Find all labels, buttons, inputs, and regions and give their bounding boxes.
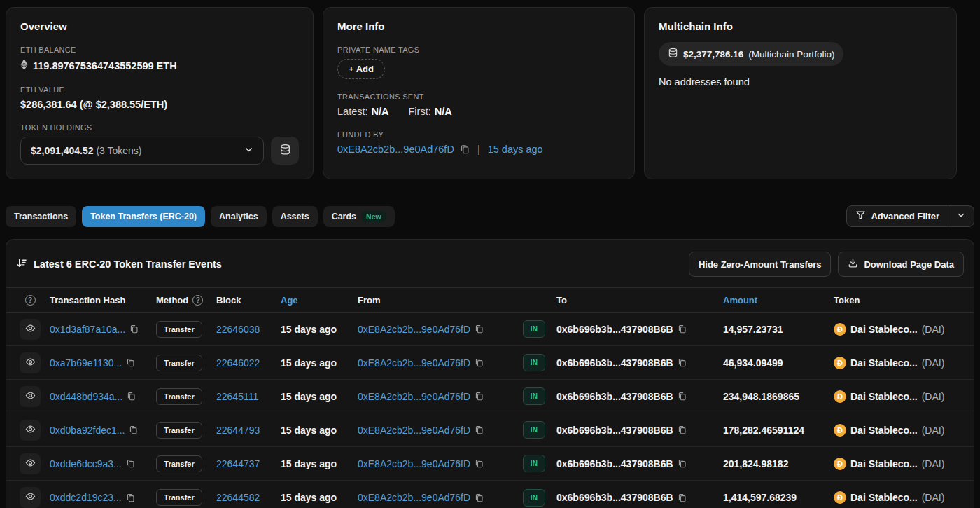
tab-assets[interactable]: Assets bbox=[272, 206, 318, 227]
token-name-link[interactable]: Dai Stableco... bbox=[850, 357, 918, 369]
copy-icon[interactable] bbox=[475, 493, 484, 502]
preview-transaction-button[interactable] bbox=[20, 319, 41, 340]
to-address[interactable]: 0x6b696b3b...437908B6B bbox=[556, 324, 673, 335]
block-link[interactable]: 22646038 bbox=[216, 324, 260, 335]
header-age-toggle[interactable]: Age bbox=[276, 295, 354, 306]
preview-transaction-button[interactable] bbox=[20, 420, 41, 441]
copy-icon[interactable] bbox=[475, 459, 484, 468]
from-address-link[interactable]: 0xE8A2cb2b...9e0Ad76fD bbox=[358, 324, 470, 335]
block-link[interactable]: 22646022 bbox=[216, 357, 260, 369]
block-link[interactable]: 22645111 bbox=[216, 391, 258, 402]
copy-icon[interactable] bbox=[126, 358, 135, 367]
advanced-filter-button: Advanced Filter bbox=[846, 205, 974, 227]
block-link[interactable]: 22644793 bbox=[216, 425, 260, 436]
tab-token-transfers-erc-20[interactable]: Token Transfers (ERC-20) bbox=[82, 206, 205, 227]
copy-icon[interactable] bbox=[475, 358, 484, 367]
preview-transaction-button[interactable] bbox=[20, 352, 41, 373]
token-name-link[interactable]: Dai Stableco... bbox=[850, 425, 918, 436]
token-name-link[interactable]: Dai Stableco... bbox=[850, 391, 918, 402]
preview-transaction-button[interactable] bbox=[20, 487, 41, 508]
to-address[interactable]: 0x6b696b3b...437908B6B bbox=[556, 357, 673, 369]
block-link[interactable]: 22644582 bbox=[216, 492, 260, 503]
from-address-link[interactable]: 0xE8A2cb2b...9e0Ad76fD bbox=[358, 458, 470, 469]
age-value: 15 days ago bbox=[276, 458, 354, 469]
preview-transaction-button[interactable] bbox=[20, 453, 41, 474]
chevron-down-icon bbox=[244, 145, 253, 156]
age-value: 15 days ago bbox=[276, 425, 354, 436]
token-name-link[interactable]: Dai Stableco... bbox=[850, 324, 918, 335]
from-address-link[interactable]: 0xE8A2cb2b...9e0Ad76fD bbox=[358, 357, 470, 369]
direction-badge: IN bbox=[523, 320, 545, 338]
transaction-hash-link[interactable]: 0xddc2d19c23... bbox=[50, 492, 122, 503]
preview-transaction-button[interactable] bbox=[20, 386, 41, 407]
age-value: 15 days ago bbox=[276, 391, 354, 402]
ethereum-icon bbox=[20, 59, 28, 72]
multichain-portfolio-button[interactable]: $2,377,786.16 (Multichain Portfolio) bbox=[659, 42, 844, 66]
multichain-title: Multichain Info bbox=[659, 20, 942, 32]
copy-icon[interactable] bbox=[678, 392, 687, 401]
copy-icon[interactable] bbox=[460, 144, 470, 154]
table-row: 0x1d3af87a10a... Transfer 22646038 15 da… bbox=[6, 313, 974, 346]
funded-age-link[interactable]: 15 days ago bbox=[488, 144, 543, 155]
tab-cards[interactable]: Cards New bbox=[323, 206, 395, 227]
tab-transactions[interactable]: Transactions bbox=[6, 206, 76, 227]
hide-zero-amount-button[interactable]: Hide Zero-Amount Transfers bbox=[689, 252, 832, 277]
wallet-tokens-button[interactable] bbox=[271, 137, 299, 165]
amount-value: 14,957.23731 bbox=[719, 324, 830, 335]
copy-icon[interactable] bbox=[678, 358, 687, 367]
copy-icon[interactable] bbox=[678, 459, 687, 468]
from-address-link[interactable]: 0xE8A2cb2b...9e0Ad76fD bbox=[358, 391, 470, 402]
no-addresses-text: No addresses found bbox=[659, 76, 942, 88]
copy-icon[interactable] bbox=[127, 392, 136, 401]
download-page-data-button[interactable]: Download Page Data bbox=[838, 252, 964, 277]
header-amount-toggle[interactable]: Amount bbox=[719, 295, 830, 306]
copy-icon[interactable] bbox=[475, 392, 484, 401]
to-address[interactable]: 0x6b696b3b...437908B6B bbox=[556, 391, 673, 402]
copy-icon[interactable] bbox=[678, 324, 687, 334]
transaction-hash-link[interactable]: 0x1d3af87a10a... bbox=[50, 324, 125, 335]
transaction-hash-link[interactable]: 0xdde6dcc9a3... bbox=[50, 458, 122, 469]
download-icon bbox=[848, 258, 858, 270]
copy-icon[interactable] bbox=[475, 425, 484, 434]
copy-icon[interactable] bbox=[678, 425, 687, 434]
age-value: 15 days ago bbox=[276, 324, 354, 335]
from-address-link[interactable]: 0xE8A2cb2b...9e0Ad76fD bbox=[358, 492, 470, 503]
direction-badge: IN bbox=[523, 489, 545, 507]
to-address[interactable]: 0x6b696b3b...437908B6B bbox=[556, 492, 673, 503]
copy-icon[interactable] bbox=[475, 324, 484, 334]
advanced-filter-main[interactable]: Advanced Filter bbox=[847, 206, 948, 226]
transaction-hash-link[interactable]: 0xd448bd934a... bbox=[50, 391, 122, 402]
first-value: N/A bbox=[435, 106, 452, 117]
token-name-link[interactable]: Dai Stableco... bbox=[850, 492, 918, 503]
direction-badge: IN bbox=[523, 387, 545, 405]
funded-by-address-link[interactable]: 0xE8A2cb2b...9e0Ad76fD bbox=[337, 144, 454, 155]
add-name-tag-button[interactable]: + Add bbox=[337, 59, 385, 79]
transaction-hash-link[interactable]: 0xd0ba92fdec1... bbox=[50, 425, 125, 436]
copy-icon[interactable] bbox=[678, 493, 687, 502]
header-method: Method bbox=[156, 295, 188, 306]
token-holdings-dropdown[interactable]: $2,091,404.52 (3 Tokens) bbox=[20, 137, 264, 165]
block-link[interactable]: 22644737 bbox=[216, 458, 260, 469]
advanced-filter-caret[interactable] bbox=[948, 206, 974, 226]
copy-icon[interactable] bbox=[126, 493, 135, 502]
funnel-icon bbox=[855, 210, 866, 222]
table-toolbar: Latest 6 ERC-20 Token Transfer Events Hi… bbox=[6, 240, 974, 287]
tab-analytics[interactable]: Analytics bbox=[211, 206, 267, 227]
table-row: 0xd0ba92fdec1... Transfer 22644793 15 da… bbox=[6, 413, 974, 447]
to-address[interactable]: 0x6b696b3b...437908B6B bbox=[556, 458, 673, 469]
copy-icon[interactable] bbox=[126, 459, 135, 468]
token-symbol: (DAI) bbox=[922, 357, 945, 369]
help-icon[interactable]: ? bbox=[192, 295, 203, 306]
transfers-card: Latest 6 ERC-20 Token Transfer Events Hi… bbox=[6, 239, 974, 508]
to-address[interactable]: 0x6b696b3b...437908B6B bbox=[556, 425, 673, 436]
copy-icon[interactable] bbox=[130, 324, 139, 334]
from-address-link[interactable]: 0xE8A2cb2b...9e0Ad76fD bbox=[358, 425, 470, 436]
copy-icon[interactable] bbox=[129, 425, 138, 434]
amount-value: 178,282.46591124 bbox=[719, 425, 830, 436]
help-icon[interactable]: ? bbox=[25, 295, 36, 306]
token-name-link[interactable]: Dai Stableco... bbox=[850, 458, 918, 469]
chevron-down-icon bbox=[957, 211, 965, 221]
transaction-hash-link[interactable]: 0xa7b69e1130... bbox=[50, 357, 122, 369]
token-symbol: (DAI) bbox=[922, 492, 945, 503]
eth-balance-label: ETH BALANCE bbox=[20, 46, 299, 54]
